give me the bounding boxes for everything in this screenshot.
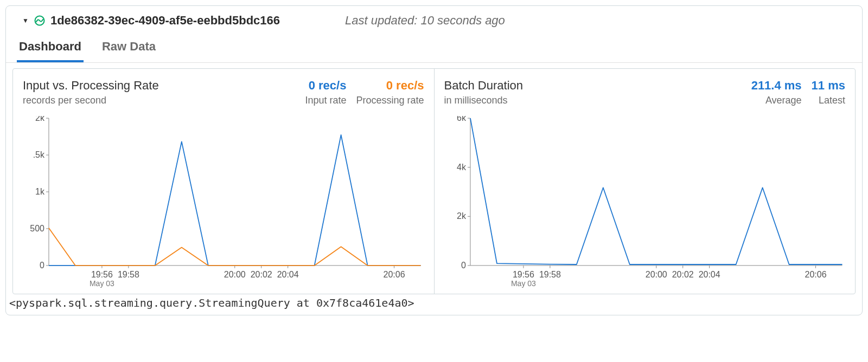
metric-average-label: Average bbox=[751, 95, 802, 106]
metric-input-rate-value: 0 rec/s bbox=[305, 79, 346, 93]
svg-text:20:04: 20:04 bbox=[277, 270, 299, 279]
svg-text:May 03: May 03 bbox=[90, 279, 114, 288]
svg-text:20:06: 20:06 bbox=[805, 270, 826, 279]
metric-processing-rate-label: Processing rate bbox=[356, 95, 424, 106]
collapse-caret-icon[interactable]: ▼ bbox=[22, 17, 29, 24]
metric-processing-rate-value: 0 rec/s bbox=[356, 79, 424, 93]
tab-bar: Dashboard Raw Data bbox=[6, 35, 862, 63]
chart-panels: Input vs. Processing Rate records per se… bbox=[12, 68, 856, 294]
chart-batch-duration: 02k4k6k19:5619:5820:0020:0220:0420:06May… bbox=[444, 116, 846, 289]
svg-text:0: 0 bbox=[40, 261, 44, 270]
python-repr: <pyspark.sql.streaming.query.StreamingQu… bbox=[6, 294, 862, 313]
panel-subtitle: records per second bbox=[23, 95, 159, 106]
status-running-icon bbox=[34, 15, 45, 26]
metric-input-rate-label: Input rate bbox=[305, 95, 346, 106]
svg-text:1k: 1k bbox=[35, 187, 44, 196]
panel-subtitle: in milliseconds bbox=[444, 95, 524, 106]
svg-text:20:00: 20:00 bbox=[645, 270, 667, 279]
svg-text:6k: 6k bbox=[457, 116, 466, 122]
panel-batch-duration: Batch Duration in milliseconds 211.4 ms … bbox=[434, 69, 856, 294]
svg-text:20:06: 20:06 bbox=[384, 270, 405, 279]
streaming-query-card: ▼ 1de86382-39ec-4909-af5e-eebbd5bdc166 L… bbox=[5, 5, 863, 315]
svg-text:4k: 4k bbox=[457, 163, 466, 172]
stream-id: 1de86382-39ec-4909-af5e-eebbd5bdc166 bbox=[50, 14, 280, 28]
panel-title: Batch Duration bbox=[444, 79, 524, 93]
svg-text:19:56: 19:56 bbox=[91, 270, 113, 279]
panel-input-vs-processing: Input vs. Processing Rate records per se… bbox=[13, 69, 434, 294]
metric-latest-label: Latest bbox=[812, 95, 845, 106]
svg-text:20:04: 20:04 bbox=[698, 270, 720, 279]
svg-text:.5k: .5k bbox=[33, 150, 44, 159]
svg-text:20:02: 20:02 bbox=[672, 270, 693, 279]
svg-text:May 03: May 03 bbox=[510, 279, 535, 288]
metric-latest-value: 11 ms bbox=[812, 79, 845, 93]
svg-text:20:00: 20:00 bbox=[224, 270, 246, 279]
chart-input-vs-processing: 05001k.5k2k19:5619:5820:0020:0220:0420:0… bbox=[23, 116, 424, 289]
card-header: ▼ 1de86382-39ec-4909-af5e-eebbd5bdc166 L… bbox=[6, 6, 862, 32]
last-updated: Last updated: 10 seconds ago bbox=[345, 14, 505, 28]
svg-text:19:56: 19:56 bbox=[512, 270, 534, 279]
panel-title: Input vs. Processing Rate bbox=[23, 79, 159, 93]
svg-text:19:58: 19:58 bbox=[539, 270, 560, 279]
svg-text:2k: 2k bbox=[35, 116, 44, 122]
svg-text:0: 0 bbox=[461, 261, 466, 270]
svg-text:500: 500 bbox=[30, 224, 44, 233]
svg-text:20:02: 20:02 bbox=[251, 270, 272, 279]
tab-raw-data[interactable]: Raw Data bbox=[100, 35, 158, 62]
metric-average-value: 211.4 ms bbox=[751, 79, 802, 93]
tab-dashboard[interactable]: Dashboard bbox=[17, 35, 84, 62]
svg-text:2k: 2k bbox=[457, 211, 466, 221]
svg-text:19:58: 19:58 bbox=[118, 270, 139, 279]
